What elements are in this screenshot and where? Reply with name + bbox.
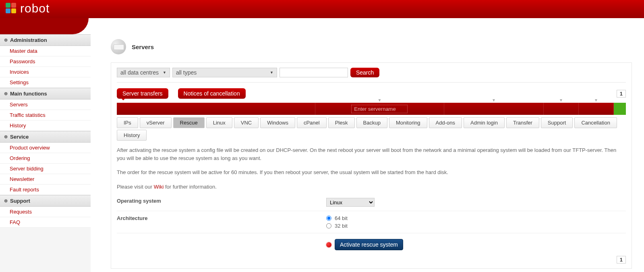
status-dot-icon [326, 242, 331, 247]
arch-radio[interactable] [326, 216, 331, 221]
sidebar-item-newsletter[interactable]: Newsletter [0, 174, 91, 185]
sidebar-item-passwords[interactable]: Passwords [0, 56, 91, 67]
tab-add-ons[interactable]: Add-ons [429, 117, 462, 128]
header-curve [0, 18, 89, 34]
arch-label: Architecture [117, 215, 326, 221]
search-input[interactable] [280, 68, 348, 77]
sidebar-item-servers[interactable]: Servers [0, 100, 91, 110]
tab-ips[interactable]: IPs [117, 117, 138, 128]
chevron-down-icon: ▼ [492, 98, 496, 102]
tab-cancellation[interactable]: Cancellation [574, 117, 617, 128]
main-content: Servers all data centres ▼ all types ▼ S… [91, 34, 644, 272]
sidebar: ⊕AdministrationMaster dataPasswordsInvoi… [0, 34, 91, 272]
sidebar-section-administration[interactable]: ⊕Administration [0, 34, 91, 46]
servername-input[interactable] [351, 105, 408, 113]
datacentre-select[interactable]: all data centres ▼ [117, 68, 170, 77]
info-p3: Please visit our Wiki for further inform… [117, 180, 626, 194]
notices-cancellation-button[interactable]: Notices of cancellation [178, 88, 246, 99]
chevron-down-icon: ▼ [559, 98, 563, 102]
sidebar-item-history[interactable]: History [0, 120, 91, 131]
info-p2: The order for the rescue system will be … [117, 165, 626, 180]
sidebar-item-traffic-statistics[interactable]: Traffic statistics [0, 110, 91, 120]
arch-options: 64 bit32 bit [326, 215, 348, 229]
tab-transfer[interactable]: Transfer [506, 117, 539, 128]
caret-icon: ▼ [163, 71, 166, 75]
activate-rescue-button[interactable]: Activate rescue system [335, 239, 403, 250]
sub-header [0, 18, 644, 34]
os-label: Operating system [117, 198, 326, 204]
chevron-down-icon: ▼ [377, 98, 381, 102]
server-row[interactable]: ▼ ▼ ▼ ▼ [117, 103, 626, 115]
tab-admin-login[interactable]: Admin login [464, 117, 505, 128]
pagination-top[interactable]: 1 [617, 90, 626, 98]
expand-icon: ⊕ [4, 198, 8, 203]
arch-radio[interactable] [326, 223, 331, 228]
sidebar-item-master-data[interactable]: Master data [0, 46, 91, 56]
server-icon [111, 39, 126, 54]
arch-option-32-bit[interactable]: 32 bit [326, 223, 348, 229]
sidebar-item-settings[interactable]: Settings [0, 77, 91, 88]
server-transfers-button[interactable]: Server transfers [117, 88, 168, 99]
datacentre-value: all data centres [120, 69, 159, 76]
expand-icon: ⊕ [4, 37, 8, 43]
filter-row: all data centres ▼ all types ▼ Search [117, 68, 626, 83]
expand-icon: ⊕ [4, 91, 8, 96]
search-button[interactable]: Search [350, 68, 379, 77]
tab-windows[interactable]: Windows [260, 117, 295, 128]
arch-option-64-bit[interactable]: 64 bit [326, 215, 348, 221]
tab-vnc[interactable]: VNC [234, 117, 259, 128]
tab-support[interactable]: Support [541, 117, 573, 128]
type-value: all types [176, 69, 197, 76]
sidebar-item-fault-reports[interactable]: Fault reports [0, 185, 91, 195]
os-select[interactable]: Linux [326, 198, 375, 207]
tab-linux[interactable]: Linux [206, 117, 232, 128]
pagination-bottom-row: 1 [117, 252, 626, 264]
pagination-bottom[interactable]: 1 [617, 256, 626, 264]
logo[interactable]: robot [6, 2, 50, 15]
tab-backup[interactable]: Backup [356, 117, 387, 128]
sidebar-item-faq[interactable]: FAQ [0, 217, 91, 228]
tab-rescue[interactable]: Rescue [173, 117, 205, 128]
os-row: Operating system Linux [117, 194, 626, 211]
caret-icon: ▼ [270, 71, 273, 75]
action-row: Server transfers Notices of cancellation… [117, 83, 626, 100]
chevron-down-icon: ▼ [594, 98, 598, 102]
info-p1: After activating the rescue system a con… [117, 143, 626, 165]
sidebar-item-invoices[interactable]: Invoices [0, 67, 91, 77]
tab-cpanel[interactable]: cPanel [297, 117, 327, 128]
tabs: IPsvServerRescueLinuxVNCWindowscPanelPle… [117, 115, 626, 143]
sidebar-section-support[interactable]: ⊕Support [0, 195, 91, 207]
status-indicator [614, 103, 626, 115]
tab-monitoring[interactable]: Monitoring [389, 117, 427, 128]
arch-row: Architecture 64 bit32 bit [117, 211, 626, 233]
sidebar-item-requests[interactable]: Requests [0, 207, 91, 217]
wiki-link[interactable]: Wiki [154, 184, 164, 190]
page-title: Servers [132, 44, 154, 50]
sidebar-section-main-functions[interactable]: ⊕Main functions [0, 88, 91, 100]
sidebar-section-service[interactable]: ⊕Service [0, 131, 91, 143]
activate-row: Activate rescue system [117, 233, 626, 252]
logo-icon [6, 3, 17, 14]
tab-plesk[interactable]: Plesk [328, 117, 355, 128]
top-header: robot [0, 0, 644, 18]
tab-history[interactable]: History [117, 130, 147, 141]
type-select[interactable]: all types ▼ [172, 68, 277, 77]
expand-icon: ⊕ [4, 134, 8, 139]
logo-text: robot [20, 2, 50, 15]
sidebar-item-ordering[interactable]: Ordering [0, 153, 91, 164]
tab-vserver[interactable]: vServer [140, 117, 172, 128]
content-box: all data centres ▼ all types ▼ Search Se… [111, 62, 632, 269]
sidebar-item-server-bidding[interactable]: Server bidding [0, 164, 91, 174]
sidebar-item-product-overview[interactable]: Product overview [0, 143, 91, 153]
